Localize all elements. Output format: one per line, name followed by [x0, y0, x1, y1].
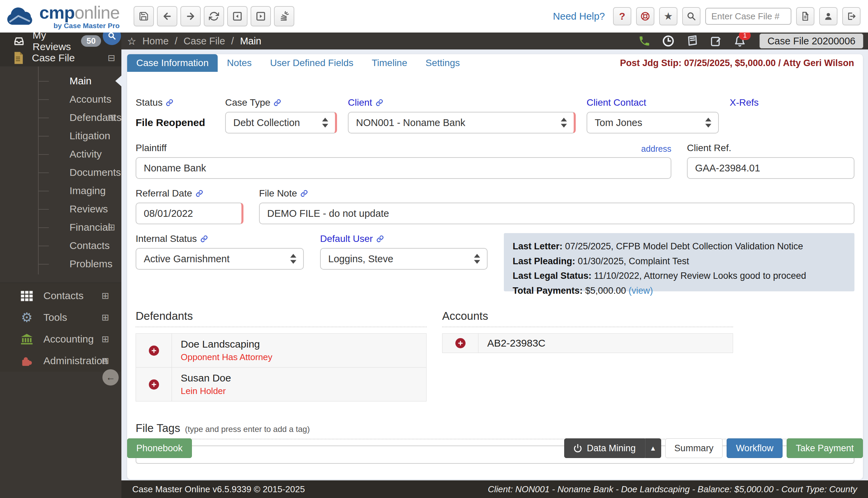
data-mining-dropdown-button[interactable]: ▲: [645, 438, 661, 458]
xrefs-link[interactable]: X-Refs: [730, 97, 759, 108]
view-payments-link[interactable]: (view): [629, 286, 653, 296]
sidebar-item-tools[interactable]: ⚙ Tools ⊞: [0, 306, 122, 328]
defendant-row[interactable]: Susan Doe Lein Holder: [136, 368, 426, 402]
default-user-select[interactable]: Loggins, Steve: [320, 248, 488, 270]
plus-circle-icon[interactable]: [149, 379, 159, 390]
sidebar-item-defendants[interactable]: Defendants⊞: [0, 108, 122, 127]
link-icon[interactable]: [376, 99, 383, 106]
default-user-label[interactable]: Default User: [320, 233, 373, 244]
tab-case-information[interactable]: Case Information: [127, 54, 218, 72]
workflow-button[interactable]: Workflow: [727, 438, 782, 458]
expand-section-icon[interactable]: ⊞: [107, 222, 115, 233]
sidebar-item-label: Reviews: [69, 203, 108, 215]
address-link[interactable]: address: [641, 144, 671, 154]
previous-record-button[interactable]: [227, 6, 247, 26]
client-ref-input[interactable]: [687, 157, 854, 179]
tab-notes[interactable]: Notes: [218, 54, 261, 72]
link-icon[interactable]: [196, 190, 203, 197]
plus-circle-icon[interactable]: [149, 345, 159, 356]
sidebar-item-accounting[interactable]: Accounting ⊞: [0, 328, 122, 350]
add-account-cell[interactable]: [443, 334, 478, 353]
sidebar-item-litigation[interactable]: Litigation: [0, 127, 122, 145]
expand-section-icon[interactable]: ⊞: [107, 112, 115, 123]
expand-section-icon[interactable]: ⊞: [101, 312, 109, 323]
plaintiff-input[interactable]: [136, 157, 671, 179]
search-button[interactable]: [682, 7, 701, 25]
add-defendant-cell[interactable]: [136, 368, 172, 401]
my-reviews-count-badge: 50: [81, 35, 101, 47]
link-icon[interactable]: [166, 99, 173, 106]
phone-button[interactable]: [638, 35, 650, 47]
referral-date-input[interactable]: [136, 202, 243, 224]
client-contact-label[interactable]: Client Contact: [587, 97, 646, 108]
favorite-star-icon[interactable]: ☆: [127, 35, 136, 47]
plus-circle-icon[interactable]: [455, 338, 465, 348]
sidebar-item-label: Accounting: [43, 333, 93, 345]
sidebar-item-contacts-sub[interactable]: Contacts: [0, 236, 122, 255]
defendant-row[interactable]: Doe Landscaping Opponent Has Attorney: [136, 333, 426, 368]
sidebar-item-administration[interactable]: Administration ⊞: [0, 350, 122, 372]
edit-note-button[interactable]: [710, 35, 722, 47]
summary-button[interactable]: Summary: [665, 438, 723, 458]
next-record-button[interactable]: [251, 6, 271, 26]
ledger-book-button[interactable]: [686, 35, 699, 47]
save-button[interactable]: [133, 6, 154, 26]
case-file-number-input[interactable]: [705, 8, 791, 25]
client-contact-select[interactable]: Tom Jones: [587, 112, 719, 133]
need-help-link[interactable]: Need Help?: [553, 11, 605, 22]
logout-button[interactable]: [842, 7, 860, 25]
user-button[interactable]: [819, 7, 838, 25]
collapse-section-icon[interactable]: ⊟: [107, 53, 115, 63]
link-icon[interactable]: [376, 235, 384, 243]
phonebook-button[interactable]: Phonebook: [127, 438, 192, 458]
forward-button[interactable]: [180, 6, 201, 26]
expand-section-icon[interactable]: ⊞: [101, 290, 109, 301]
sidebar-item-contacts[interactable]: Contacts ⊞: [0, 285, 122, 306]
favorites-button[interactable]: ★: [659, 7, 677, 25]
link-icon[interactable]: [200, 235, 208, 243]
support-lifering-button[interactable]: [636, 7, 654, 25]
internal-status-select[interactable]: Active Garnishment: [136, 248, 304, 270]
tab-user-defined-fields[interactable]: User Defined Fields: [261, 54, 362, 72]
sidebar-item-accounts[interactable]: Accounts: [0, 90, 122, 108]
status-label: Status: [136, 97, 163, 108]
current-case-file-chip[interactable]: Case File 20200006: [760, 34, 863, 49]
sidebar-item-financial[interactable]: Financial⊞: [0, 218, 122, 236]
sidebar-collapse-button[interactable]: ←: [102, 369, 119, 385]
back-button[interactable]: [157, 6, 177, 26]
internal-status-label: Internal Status: [136, 233, 197, 244]
internal-status-value: Active Garnishment: [144, 253, 230, 265]
client-label[interactable]: Client: [348, 97, 372, 108]
sidebar-item-main[interactable]: Main: [0, 72, 122, 90]
expand-section-icon[interactable]: ⊞: [101, 334, 109, 344]
expand-section-icon[interactable]: ⊞: [101, 355, 109, 366]
file-note-input[interactable]: [259, 202, 854, 224]
sidebar-item-reviews[interactable]: Reviews: [0, 200, 122, 218]
refresh-button[interactable]: [204, 6, 224, 26]
sidebar-item-case-file[interactable]: Case File ⊟: [0, 50, 122, 66]
sidebar-item-problems[interactable]: Problems: [0, 255, 122, 273]
tab-timeline[interactable]: Timeline: [362, 54, 416, 72]
case-file-submenu: Main Accounts Defendants⊞ Litigation Act…: [0, 66, 122, 283]
document-button[interactable]: [796, 7, 814, 25]
breadcrumb-case-file[interactable]: Case File: [183, 36, 225, 47]
data-mining-button[interactable]: Data Mining: [564, 438, 645, 458]
tab-settings[interactable]: Settings: [416, 54, 469, 72]
take-payment-button[interactable]: Take Payment: [787, 438, 863, 458]
breadcrumb-home[interactable]: Home: [142, 36, 168, 47]
sidebar-item-activity[interactable]: Activity: [0, 145, 122, 163]
sidebar-item-label: Documents: [69, 167, 121, 178]
stack-button[interactable]: [274, 6, 294, 26]
add-defendant-cell[interactable]: [136, 334, 172, 367]
sidebar-item-documents[interactable]: Documents: [0, 163, 122, 182]
time-clock-button[interactable]: [662, 35, 675, 48]
sidebar-item-imaging[interactable]: Imaging: [0, 182, 122, 200]
case-type-select[interactable]: Debt Collection: [225, 112, 337, 133]
account-row[interactable]: AB2-23983C: [442, 333, 733, 353]
link-icon[interactable]: [301, 190, 308, 197]
link-icon[interactable]: [273, 99, 281, 106]
help-question-button[interactable]: ?: [613, 7, 631, 25]
question-icon: ?: [619, 11, 625, 22]
notifications-bell-button[interactable]: 1: [734, 35, 746, 47]
client-select[interactable]: NON001 - Noname Bank: [348, 112, 576, 133]
